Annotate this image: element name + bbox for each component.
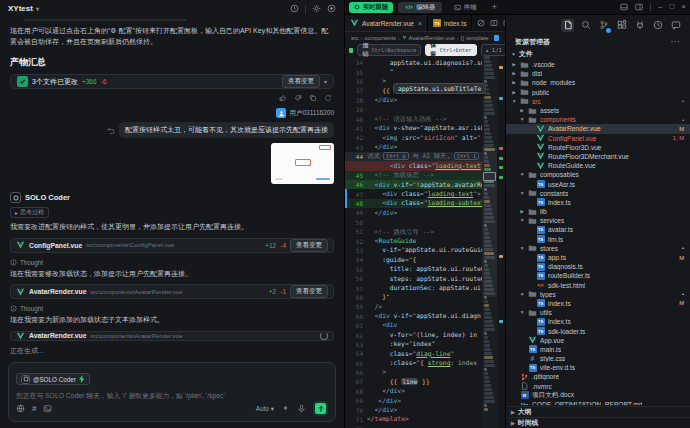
code-line[interactable]: 55 title: appState.ui.routeGu (345, 265, 483, 274)
code-line[interactable]: 43 </div> (345, 143, 483, 152)
code-line[interactable]: 56 steps: appState.ui.routeGu (345, 274, 483, 283)
tree-folder-constants[interactable]: ▼constants (506, 189, 690, 198)
tree-file-avatar.ts[interactable]: TSavatar.ts (506, 225, 690, 234)
tab-terminal[interactable]: 终端 (447, 2, 484, 13)
code-line[interactable]: 71</template> (345, 415, 483, 424)
tree-folder-utils[interactable]: ▼utils (506, 308, 690, 317)
code-line[interactable]: 47 <div class="loading-text"> (345, 189, 483, 198)
feedback-icon[interactable] (669, 19, 682, 32)
tree-file-index.ts[interactable]: TSindex.ts (506, 198, 690, 207)
tree-file-app.ts[interactable]: TSapp.tsM (506, 253, 690, 262)
tree-file-.nvmrc[interactable]: .nvmrc (506, 382, 690, 391)
view-changes-button[interactable]: 查看变更 (282, 75, 320, 88)
code-line[interactable]: 63 :key="index" (345, 340, 483, 349)
thought-row[interactable]: Thought (10, 259, 334, 266)
code-line[interactable]: <div class="loading-text"> (345, 161, 483, 170)
tree-file-routefloor3d.vue[interactable]: RouteFloor3D.vue (506, 143, 690, 152)
tree-folder-dist[interactable]: ▶dist (506, 69, 690, 78)
overview-ruler[interactable] (497, 43, 505, 428)
profile-icon[interactable] (327, 4, 336, 13)
code-area[interactable]: 撤销 Ctrl+Backspace 保留 Ctrl+Enter ▴ 1/1 ▾ … (345, 43, 505, 428)
code-line[interactable]: 59 /> (345, 302, 483, 311)
regenerate-icon[interactable] (324, 94, 332, 102)
code-line[interactable]: 45 <!-- 加载状态 --> (345, 171, 483, 180)
changes-summary-card[interactable]: 3个文件已更改 +366 -6 查看变更 ▾ (10, 74, 334, 89)
code-line[interactable]: 34 appState.ui.diagnosis?.su (345, 58, 483, 67)
layout-panel-icon[interactable] (620, 3, 628, 11)
chat-input[interactable]: @SOLO Coder 您正在与 SOLO Coder 聊天，输入 '/' 获取… (8, 362, 336, 422)
extensions-icon[interactable] (615, 19, 628, 32)
no-sync-icon[interactable] (477, 19, 485, 27)
thumbs-up-icon[interactable] (279, 94, 287, 102)
tree-file-style.css[interactable]: #style.css (506, 354, 690, 363)
tree-file-useasr.ts[interactable]: TSuseAsr.ts (506, 179, 690, 188)
code-line[interactable]: 62 v-for="(line, index) in (345, 330, 483, 339)
tree-file-routefloor3dmerchant.vue[interactable]: RouteFloor3DMerchant.vue (506, 152, 690, 161)
tree-file-codeoptimizationreport.md[interactable]: M▾CODE_OPTIMIZATION_REPORT.md (506, 400, 690, 405)
code-line[interactable]: 70 </div> (345, 405, 483, 414)
code-line[interactable]: 58 }" (345, 293, 483, 302)
chat-session-title[interactable]: XYtest ▾ (8, 4, 39, 13)
more-icon[interactable]: ··· (671, 38, 681, 45)
tree-file-routeguide.vue[interactable]: RouteGuide.vue (506, 161, 690, 170)
gear-icon[interactable] (312, 4, 321, 13)
tree-folder-assets[interactable]: ▶assets (506, 106, 690, 115)
code-line[interactable]: 38 </div> (345, 96, 483, 105)
source-control-icon[interactable] (597, 19, 610, 32)
code-line[interactable]: 42 <img :src="siriIcon" alt=" (345, 133, 483, 142)
explorer-view-icon[interactable] (561, 19, 574, 32)
tree-file-diagnosis.ts[interactable]: TSdiagnosis.ts (506, 262, 690, 271)
clock-icon[interactable] (651, 19, 664, 32)
tree-folder-nodemodules[interactable]: ▶node_modules (506, 78, 690, 87)
tree-folder-lib[interactable]: ▶lib (506, 207, 690, 216)
code-line[interactable]: 44试试 Ctrl U 与 AI 聊天, Ctrl I (345, 152, 483, 161)
code-line[interactable]: 53 v-if="appState.ui.routeGuideVisib (345, 246, 483, 255)
tree-folder-stores[interactable]: ▼stores• (506, 244, 690, 253)
tree-file-sdk-loader.ts[interactable]: TSsdk-loader.ts (506, 326, 690, 335)
code-line[interactable]: 39 (345, 105, 483, 114)
search-icon[interactable] (579, 19, 592, 32)
tree-file-configpanel.vue[interactable]: ConfigPanel.vue1, M (506, 134, 690, 143)
maximize-button[interactable]: □ (669, 3, 674, 11)
timeline-section[interactable]: ▶ 时间线 (506, 417, 690, 428)
split-editor-icon[interactable] (490, 19, 498, 27)
view-changes-button[interactable]: 查看变更 (290, 239, 328, 252)
code-line[interactable]: 40 <!-- 语音输入动画 --> (345, 114, 483, 123)
tree-file-index.ts[interactable]: TSindex.tsM (506, 299, 690, 308)
tree-file-sdk-test.html[interactable]: <>sdk-test.html (506, 281, 690, 290)
code-line[interactable]: 48 <div class="loading-subtext"> (345, 199, 483, 208)
code-line[interactable]: 60 <div v-if="appState.ui.diagn (345, 312, 483, 321)
breadcrumb-item[interactable]: AvatarRender.vue (408, 35, 454, 41)
code-line[interactable]: 57 durationSec: appState.ui (345, 283, 483, 292)
code-line[interactable]: 69 </div> (345, 396, 483, 405)
file-change-card[interactable]: ConfigPanel.vue src\components\ConfigPan… (10, 238, 334, 253)
tree-folder-public[interactable]: ▶public (506, 88, 690, 97)
tab-editor[interactable]: </> 编辑器 (398, 2, 442, 13)
code-line[interactable]: 49 </div> (345, 208, 483, 217)
tree-file-routebuilder.ts[interactable]: TSrouteBuilder.ts (506, 271, 690, 280)
code-line[interactable]: 35 " (345, 67, 483, 76)
chevron-down-icon[interactable]: ▾ (324, 78, 327, 85)
new-tab-button[interactable]: + (489, 2, 500, 12)
code-line[interactable]: 41 <div v-show="appState.asr.isListening… (345, 124, 483, 133)
tree-folder-services[interactable]: ▼services (506, 216, 690, 225)
minimap[interactable] (482, 43, 497, 428)
breadcrumb[interactable]: src› components› AvatarRender.vue› {} te… (345, 32, 505, 43)
tree-file-app.vue[interactable]: App.vue (506, 336, 690, 345)
code-line[interactable]: 67 {{ line }} (345, 377, 483, 386)
code-line[interactable]: 52 <RouteGuide (345, 236, 483, 245)
code-line[interactable]: 46 <div v-if="!appState.avatarReady" (345, 180, 483, 189)
context-hash-icon[interactable]: # (32, 405, 36, 413)
history-icon[interactable] (290, 4, 299, 13)
code-line[interactable]: 61 <div (345, 321, 483, 330)
code-line[interactable]: 50 (345, 218, 483, 227)
tree-folder-composables[interactable]: ▼composables (506, 170, 690, 179)
breadcrumb-item[interactable]: template (466, 35, 488, 41)
breadcrumb-item[interactable]: components (364, 35, 396, 41)
model-globe-icon[interactable] (16, 404, 25, 413)
breadcrumb-item[interactable]: src (351, 35, 359, 41)
thinking-process-toggle[interactable]: ▸ 思考过程 (10, 207, 49, 218)
code-line[interactable]: 51 <!-- 路线引导 --> (345, 227, 483, 236)
live-follow-button[interactable]: 实时跟随 (349, 2, 393, 13)
tree-folder-types[interactable]: ▼types• (506, 290, 690, 299)
